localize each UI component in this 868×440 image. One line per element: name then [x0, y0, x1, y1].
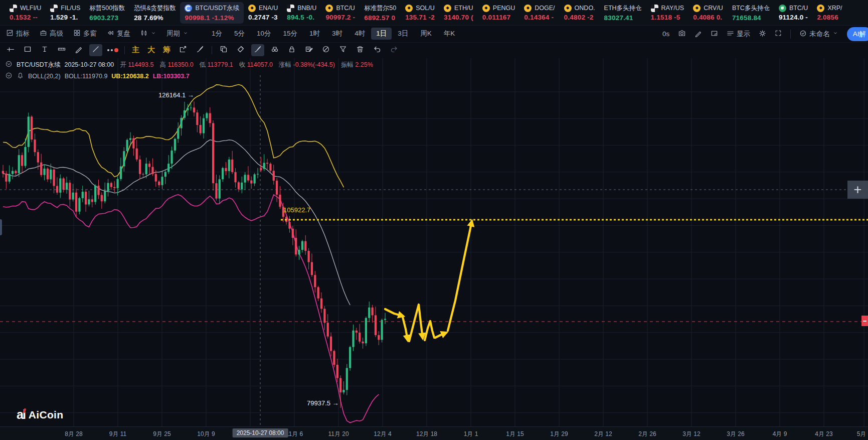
timeframe-15分[interactable]: 15分	[277, 28, 304, 40]
ticker-symbol: BTC多头持仓	[732, 4, 770, 13]
ticker-value: 0.2747 -3	[248, 14, 278, 21]
chou-tool[interactable]: 筹	[161, 44, 172, 56]
screenshot-button[interactable]	[678, 29, 686, 39]
ai-analysis-button[interactable]: AI解	[847, 27, 868, 41]
crosshair-tool[interactable]	[4, 44, 17, 56]
ticker-bar: WLFI/U0.1532 --FIL/US1.529 -1.标普500指数690…	[0, 0, 868, 26]
layout-selector[interactable]: 未命名	[799, 30, 838, 39]
ticker-item-ETH/U[interactable]: ETH/U3140.70 (	[439, 3, 478, 23]
ticker-item-RAY/US[interactable]: RAY/US1.1518 -5	[646, 3, 689, 23]
ticker-symbol: PENGU	[493, 5, 515, 12]
toolbar-高级-button[interactable]: 高级	[40, 29, 63, 38]
timeframe-1分[interactable]: 1分	[206, 28, 228, 40]
ticker-item-BTC/U[interactable]: BTC/U90997.2 -	[321, 3, 360, 23]
alert-bell-icon[interactable]	[17, 72, 24, 81]
ticker-symbol: 恐惧&贪婪指数	[134, 4, 176, 13]
ticker-item-BNB/U[interactable]: BNB/U894.5 -0.	[282, 3, 321, 23]
ticker-item-标普500指数[interactable]: 标普500指数6903.273	[85, 2, 129, 24]
ticker-symbol: BTC/U	[336, 5, 355, 12]
hide-drawings-tool[interactable]	[319, 44, 332, 56]
timeframe-1日[interactable]: 1日	[371, 28, 392, 40]
lock-tool[interactable]	[285, 44, 298, 56]
toolbar-指标-button[interactable]: 指标	[6, 29, 30, 38]
ticker-item-标准普尔50[interactable]: 标准普尔506892.57 0	[360, 2, 401, 24]
tag-tool[interactable]	[234, 44, 247, 56]
timeframe-10分[interactable]: 10分	[251, 28, 277, 40]
pencil-tool[interactable]	[72, 44, 85, 56]
ticker-item-CRV/U[interactable]: CRV/U0.4086 0.	[688, 3, 728, 23]
collapse-chevron-icon[interactable]	[5, 72, 13, 81]
ticker-symbol: 标准普尔50	[364, 4, 396, 13]
text-tool[interactable]	[38, 44, 51, 56]
ticker-item-WLFI/U[interactable]: WLFI/U0.1532 --	[5, 3, 46, 23]
ticker-value: 90997.2 -	[325, 14, 355, 21]
ticker-symbol: XRP/	[827, 5, 842, 12]
magic-brush-tool[interactable]	[251, 44, 264, 56]
redo-icon	[390, 45, 398, 55]
brush-tool[interactable]	[194, 44, 207, 56]
rectangle-tool[interactable]	[21, 44, 34, 56]
undo-button[interactable]	[371, 44, 384, 56]
expand-icon	[775, 30, 782, 38]
camera-icon	[678, 29, 686, 39]
axis-tick-label: 12月 18	[416, 430, 437, 438]
toolbar-复盘-button[interactable]: 复盘	[107, 29, 130, 38]
ticker-value: 3140.70 (	[444, 14, 473, 21]
ticker-item-FIL/US[interactable]: FIL/US1.529 -1.	[46, 3, 85, 23]
ticker-item-PENGU[interactable]: PENGU0.011167	[478, 3, 519, 23]
timeframe-5分[interactable]: 5分	[228, 28, 251, 40]
trendline-tool[interactable]	[89, 44, 102, 56]
timeframe-年K[interactable]: 年K	[438, 28, 461, 40]
ticker-value: 0.14364 -	[524, 14, 555, 21]
ticker-item-恐惧&贪婪指数[interactable]: 恐惧&贪婪指数28 7.69%	[129, 2, 180, 24]
info-symbol: BTC/USDT永续	[17, 61, 61, 69]
add-order-plus-button[interactable]: +	[847, 181, 868, 199]
redo-button[interactable]	[388, 44, 401, 56]
ticker-item-SOL/U[interactable]: SOL/U135.71 -2	[401, 3, 439, 23]
copy-tool[interactable]	[217, 44, 230, 56]
display-settings-button[interactable]: 显示	[727, 30, 750, 39]
last-price-tag	[861, 316, 868, 326]
timeframe-3时[interactable]: 3时	[326, 28, 349, 40]
timeframe-周K[interactable]: 周K	[414, 28, 438, 40]
settings-button[interactable]	[759, 30, 766, 39]
edit-box-tool[interactable]	[177, 44, 190, 56]
edit-button[interactable]	[695, 30, 702, 39]
panel-button[interactable]	[711, 30, 718, 39]
axis-tick-label: 12月 4	[374, 430, 391, 438]
briefcase-icon	[40, 29, 47, 38]
ticker-item-BTC/USDT永续[interactable]: BTC/USDT永续90998.1 -1.12%	[180, 2, 244, 24]
time-axis[interactable]: 8月 289月 119月 2510月 92025-10-27 08:0011月 …	[0, 426, 868, 440]
ticker-value: 1.1518 -5	[651, 14, 684, 21]
ticker-item-BTC/U[interactable]: BTC/U91124.0 -	[774, 3, 813, 23]
drawn-arrows[interactable]	[385, 221, 472, 341]
da-tool[interactable]: 大	[145, 44, 157, 56]
replay-timer: 0s	[662, 30, 669, 38]
timeframe-3日[interactable]: 3日	[392, 28, 414, 40]
ticker-item-ETH多头持仓[interactable]: ETH多头持仓83027.41	[600, 2, 646, 24]
note-tool[interactable]	[302, 44, 315, 56]
binocular-tool[interactable]	[268, 44, 281, 56]
ticker-item-XRP/[interactable]: XRP/2.0856	[812, 3, 846, 23]
delete-tool[interactable]	[354, 44, 367, 56]
toolbar-多窗-button[interactable]: 多窗	[73, 29, 97, 38]
ruler-tool[interactable]	[55, 44, 68, 56]
color-dots-tool[interactable]	[106, 44, 119, 56]
collapse-chevron-icon[interactable]	[5, 60, 13, 69]
ticker-value: 0.011167	[482, 14, 515, 21]
ticker-item-BTC多头持仓[interactable]: BTC多头持仓71658.84	[728, 2, 774, 24]
timeframe-1时[interactable]: 1时	[303, 28, 326, 40]
timeframe-4时[interactable]: 4时	[349, 28, 371, 40]
filter-tool[interactable]	[336, 44, 350, 56]
toolbar-周期-button[interactable]: 周期	[166, 29, 189, 38]
zhu-tool[interactable]: 主	[130, 44, 141, 56]
fullscreen-button[interactable]	[775, 30, 782, 38]
ticker-item-ONDO.[interactable]: ONDO.0.4802 -2	[560, 3, 600, 23]
axis-tick-label: 1月 1	[464, 430, 478, 438]
left-panel-handle[interactable]	[0, 219, 2, 235]
ohlc-field: 振幅 2.25%	[339, 61, 373, 69]
ticker-item-ENA/U[interactable]: ENA/U0.2747 -3	[244, 3, 282, 23]
toolbar-candle-button[interactable]	[140, 29, 156, 38]
ticker-item-DOGE/[interactable]: DOGE/0.14364 -	[519, 3, 559, 23]
low-label: 79937.5 →	[307, 399, 339, 407]
